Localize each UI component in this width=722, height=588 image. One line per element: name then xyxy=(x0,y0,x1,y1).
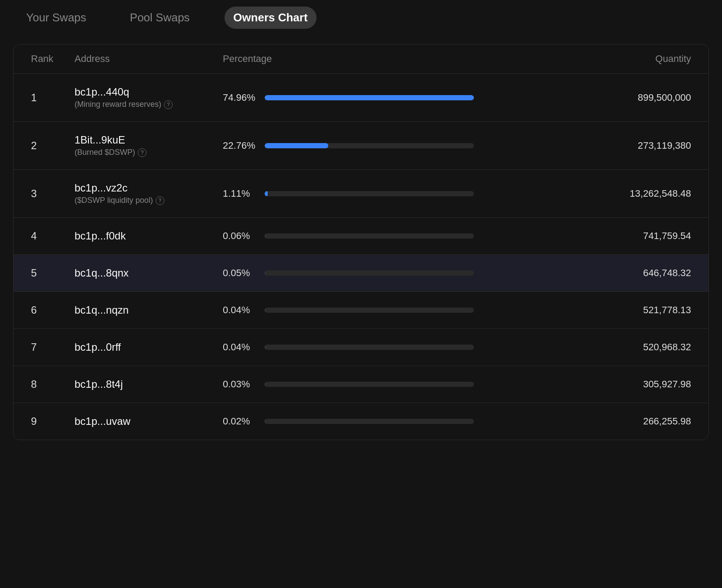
address-main[interactable]: bc1p...uvaw xyxy=(75,415,223,427)
address-main[interactable]: bc1q...8qnx xyxy=(75,267,223,279)
bar-fill xyxy=(265,233,266,239)
percentage-text: 0.05% xyxy=(223,267,258,279)
table-row[interactable]: 4bc1p...f0dk0.06%741,759.54 xyxy=(14,218,708,255)
help-icon[interactable]: ? xyxy=(164,100,173,109)
quantity-header: Quantity xyxy=(569,53,691,65)
bar-container xyxy=(265,419,474,424)
table-row[interactable]: 8bc1p...8t4j0.03%305,927.98 xyxy=(14,366,708,403)
address-cell: bc1p...8t4j xyxy=(75,378,223,390)
bar-fill xyxy=(265,382,266,387)
rank-cell: 4 xyxy=(31,230,75,242)
tab-owners-chart[interactable]: Owners Chart xyxy=(225,7,317,29)
address-cell: bc1p...f0dk xyxy=(75,230,223,242)
rank-cell: 1 xyxy=(31,92,75,104)
address-main[interactable]: 1Bit...9kuE xyxy=(75,134,223,146)
rank-cell: 5 xyxy=(31,267,75,279)
address-cell: bc1q...8qnx xyxy=(75,267,223,279)
table-body: 1bc1p...440q(Mining reward reserves) ?74… xyxy=(14,74,708,440)
rank-cell: 7 xyxy=(31,341,75,353)
bar-fill xyxy=(265,191,268,196)
percentage-text: 0.02% xyxy=(223,416,258,427)
address-cell: bc1q...nqzn xyxy=(75,304,223,316)
table-row[interactable]: 3bc1p...vz2c($DSWP liquidity pool) ?1.11… xyxy=(14,170,708,218)
rank-header: Rank xyxy=(31,53,75,65)
percentage-cell: 74.96% xyxy=(223,92,569,103)
bar-fill xyxy=(265,308,266,313)
percentage-text: 0.04% xyxy=(223,304,258,316)
table-row[interactable]: 6bc1q...nqzn0.04%521,778.13 xyxy=(14,292,708,329)
percentage-cell: 22.76% xyxy=(223,140,569,151)
address-label: (Mining reward reserves) ? xyxy=(75,100,223,109)
quantity-cell: 273,119,380 xyxy=(569,140,691,151)
quantity-cell: 741,759.54 xyxy=(569,230,691,242)
rank-cell: 2 xyxy=(31,140,75,152)
percentage-text: 1.11% xyxy=(223,188,258,199)
address-cell: bc1p...vz2c($DSWP liquidity pool) ? xyxy=(75,182,223,205)
percentage-text: 22.76% xyxy=(223,140,258,151)
address-label: ($DSWP liquidity pool) ? xyxy=(75,196,223,205)
navigation-tabs: Your SwapsPool SwapsOwners Chart xyxy=(0,0,722,35)
address-label: (Burned $DSWP) ? xyxy=(75,148,223,157)
percentage-cell: 0.06% xyxy=(223,230,569,242)
bar-container xyxy=(265,95,474,100)
bar-container xyxy=(265,270,474,276)
table-header: Rank Address Percentage Quantity xyxy=(14,44,708,74)
percentage-cell: 0.02% xyxy=(223,416,569,427)
tab-pool-swaps[interactable]: Pool Swaps xyxy=(121,7,198,29)
rank-cell: 3 xyxy=(31,188,75,200)
address-main[interactable]: bc1q...nqzn xyxy=(75,304,223,316)
bar-container xyxy=(265,233,474,239)
quantity-cell: 305,927.98 xyxy=(569,379,691,390)
owners-chart-table: Rank Address Percentage Quantity 1bc1p..… xyxy=(13,44,709,440)
bar-container xyxy=(265,308,474,313)
help-icon[interactable]: ? xyxy=(156,196,164,205)
table-row[interactable]: 21Bit...9kuE(Burned $DSWP) ?22.76%273,11… xyxy=(14,122,708,170)
bar-container xyxy=(265,345,474,350)
address-main[interactable]: bc1p...8t4j xyxy=(75,378,223,390)
percentage-cell: 0.05% xyxy=(223,267,569,279)
address-cell: bc1p...0rff xyxy=(75,341,223,353)
percentage-text: 0.04% xyxy=(223,342,258,353)
bar-fill xyxy=(265,270,266,276)
quantity-cell: 520,968.32 xyxy=(569,342,691,353)
address-header: Address xyxy=(75,53,223,65)
bar-fill xyxy=(265,345,266,350)
address-main[interactable]: bc1p...vz2c xyxy=(75,182,223,194)
address-cell: 1Bit...9kuE(Burned $DSWP) ? xyxy=(75,134,223,157)
percentage-cell: 0.04% xyxy=(223,342,569,353)
address-main[interactable]: bc1p...440q xyxy=(75,86,223,98)
percentage-cell: 0.04% xyxy=(223,304,569,316)
tab-your-swaps[interactable]: Your Swaps xyxy=(17,7,95,29)
quantity-cell: 266,255.98 xyxy=(569,416,691,427)
rank-cell: 9 xyxy=(31,415,75,427)
address-cell: bc1p...uvaw xyxy=(75,415,223,427)
bar-fill xyxy=(265,419,266,424)
quantity-cell: 899,500,000 xyxy=(569,92,691,103)
bar-fill xyxy=(265,143,328,148)
help-icon[interactable]: ? xyxy=(138,148,146,157)
bar-fill xyxy=(265,95,474,100)
table-row[interactable]: 7bc1p...0rff0.04%520,968.32 xyxy=(14,329,708,366)
bar-container xyxy=(265,382,474,387)
bar-container xyxy=(265,191,474,196)
rank-cell: 8 xyxy=(31,378,75,390)
percentage-text: 0.06% xyxy=(223,230,258,242)
percentage-text: 74.96% xyxy=(223,92,258,103)
rank-cell: 6 xyxy=(31,304,75,316)
percentage-cell: 0.03% xyxy=(223,379,569,390)
bar-container xyxy=(265,143,474,148)
percentage-header: Percentage xyxy=(223,53,569,65)
address-main[interactable]: bc1p...0rff xyxy=(75,341,223,353)
address-main[interactable]: bc1p...f0dk xyxy=(75,230,223,242)
percentage-cell: 1.11% xyxy=(223,188,569,199)
quantity-cell: 521,778.13 xyxy=(569,304,691,316)
percentage-text: 0.03% xyxy=(223,379,258,390)
quantity-cell: 13,262,548.48 xyxy=(569,188,691,199)
quantity-cell: 646,748.32 xyxy=(569,267,691,279)
table-row[interactable]: 5bc1q...8qnx0.05%646,748.32 xyxy=(14,255,708,292)
table-row[interactable]: 9bc1p...uvaw0.02%266,255.98 xyxy=(14,403,708,440)
address-cell: bc1p...440q(Mining reward reserves) ? xyxy=(75,86,223,109)
table-row[interactable]: 1bc1p...440q(Mining reward reserves) ?74… xyxy=(14,74,708,122)
